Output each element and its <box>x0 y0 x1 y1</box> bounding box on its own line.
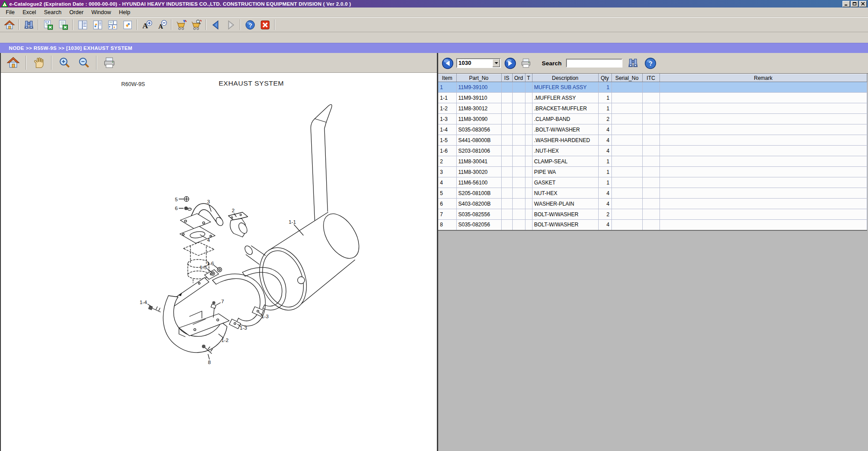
col-header-is[interactable]: IS <box>501 74 512 82</box>
view-multi-button[interactable] <box>105 18 120 31</box>
font-decrease-button[interactable]: A <box>154 18 169 31</box>
chevron-down-icon <box>495 62 498 66</box>
toolbar-separator <box>240 19 241 30</box>
col-header-qty[interactable]: Qty <box>598 74 611 82</box>
breadcrumb: NODE >> R55W-9S >> [1030] EXHAUST SYSTEM <box>0 43 868 53</box>
menu-item-order[interactable]: Order <box>65 8 87 16</box>
zoom-out-button[interactable] <box>74 54 93 71</box>
print-list-button[interactable] <box>519 56 533 70</box>
view-image-button[interactable] <box>120 18 135 31</box>
font-increase-button[interactable]: A <box>139 18 154 31</box>
table-row[interactable]: 5S205-08100BNUT-HEX4 <box>438 188 867 199</box>
table-row[interactable]: 111M9-39100MUFFLER SUB ASSY1 <box>438 82 867 93</box>
close-icon <box>861 2 865 6</box>
view-list-button[interactable] <box>75 18 90 31</box>
menu-item-search[interactable]: Search <box>40 8 66 16</box>
table-row[interactable]: 411M6-56100GASKET1 <box>438 177 867 188</box>
maximize-button[interactable] <box>851 1 858 7</box>
table-row[interactable]: 1-5S441-08000B.WASHER-HARDENED4 <box>438 135 867 146</box>
cart-search-icon <box>191 19 202 30</box>
table-row[interactable]: 1-311M8-30090.CLAMP-BAND2 <box>438 114 867 124</box>
table-row[interactable]: 1-211M8-30012.BRACKET-MUFFLER1 <box>438 103 867 114</box>
search-input[interactable] <box>566 59 622 68</box>
table-row[interactable]: 311M8-30020PIPE WA1 <box>438 167 867 177</box>
col-header-t[interactable]: T <box>525 74 532 82</box>
export-list-excel-button[interactable] <box>56 18 71 31</box>
callout-6: 6 <box>175 206 178 211</box>
menu-item-excel[interactable]: Excel <box>19 8 40 16</box>
app-icon <box>1 1 8 7</box>
view-split-button[interactable] <box>90 18 105 31</box>
page-back-button[interactable] <box>442 57 454 69</box>
toolbar-separator <box>96 56 97 70</box>
export-tree-excel-icon <box>43 19 54 30</box>
toolbar-separator <box>205 19 206 30</box>
toolbar-separator <box>38 19 39 30</box>
col-header-description[interactable]: Description <box>532 74 598 82</box>
table-row[interactable]: 6S403-08200BWASHER-PLAIN4 <box>438 199 867 209</box>
menu-item-window[interactable]: Window <box>87 8 115 16</box>
home-icon <box>4 19 15 30</box>
parts-help-button[interactable]: ? <box>644 57 656 69</box>
col-header-ord[interactable]: Ord <box>512 74 525 82</box>
zoom-out-icon <box>77 56 90 69</box>
cart-add-icon <box>176 19 187 30</box>
col-header-item[interactable]: Item <box>438 74 456 82</box>
callout-1-3b: 1-3 <box>240 325 247 331</box>
menu-item-file[interactable]: File <box>2 8 19 16</box>
help-button[interactable]: ? <box>242 18 257 31</box>
callout-1-5: 1-5 <box>200 265 207 270</box>
view-list-icon <box>77 19 88 30</box>
parts-toolbar: 1030 Search <box>438 53 868 74</box>
table-row[interactable]: 211M8-30041CLAMP-SEAL1 <box>438 156 867 167</box>
zoom-in-button[interactable] <box>55 54 74 71</box>
close-button[interactable] <box>859 1 867 7</box>
menu-item-help[interactable]: Help <box>115 8 134 16</box>
pan-button[interactable] <box>29 54 48 71</box>
table-row[interactable]: 8S035-082056BOLT-W/WASHER4 <box>438 220 867 230</box>
drawing-panel: R60W-9S EXHAUST SYSTEM <box>0 53 438 451</box>
minimize-button[interactable] <box>842 1 850 7</box>
exit-button[interactable] <box>257 18 272 31</box>
export-list-excel-icon <box>58 19 69 30</box>
callout-2: 2 <box>232 208 235 213</box>
col-header-serial-no[interactable]: Serial_No <box>611 74 642 82</box>
execute-search-button[interactable] <box>626 56 640 70</box>
callout-4: 4 <box>207 237 210 243</box>
figure-number-combobox[interactable]: 1030 <box>456 58 501 68</box>
drawing-home-button[interactable] <box>4 54 23 71</box>
callout-5: 5 <box>175 197 178 202</box>
col-header-itc[interactable]: ITC <box>642 74 659 82</box>
callout-1-2: 1-2 <box>221 338 229 343</box>
table-row[interactable]: 1-4S035-083056.BOLT-W/WASHER4 <box>438 124 867 135</box>
export-tree-excel-button[interactable] <box>41 18 56 31</box>
parts-panel: 1030 Search <box>438 53 868 451</box>
view-image-icon <box>122 19 133 30</box>
col-header-part-no[interactable]: Part_No <box>456 74 501 82</box>
table-header-row: Item Part_No IS Ord T Description Qty Se… <box>438 74 867 82</box>
home-button[interactable] <box>2 18 17 31</box>
drawing-canvas[interactable]: R60W-9S EXHAUST SYSTEM <box>1 73 437 451</box>
cart-add-button[interactable] <box>174 18 189 31</box>
main-toolbar: A A <box>0 17 868 32</box>
cart-search-button[interactable] <box>189 18 204 31</box>
search-binoculars-icon <box>23 19 34 30</box>
table-row[interactable]: 7S035-082556BOLT-W/WASHER2 <box>438 209 867 220</box>
table-row[interactable]: 1-111M9-39110.MUFFLER ASSY1 <box>438 93 867 103</box>
search-button[interactable] <box>21 18 36 31</box>
page-forward-button[interactable] <box>504 57 516 69</box>
table-row[interactable]: 1-6S203-081006.NUT-HEX4 <box>438 146 867 156</box>
print-drawing-button[interactable] <box>100 54 119 71</box>
nav-back-button[interactable] <box>208 18 223 31</box>
combobox-dropdown-button[interactable] <box>492 59 500 67</box>
titlebar: e-Catalogue2 (Expiration Date : 0000-00-… <box>0 0 868 8</box>
col-header-remark[interactable]: Remark <box>659 74 867 82</box>
toolbar-band-gap <box>0 32 868 43</box>
menubar: File Excel Search Order Window Help <box>0 8 868 17</box>
svg-text:?: ? <box>248 22 252 28</box>
help-icon: ? <box>245 19 256 30</box>
toolbar-separator <box>19 19 19 30</box>
toolbar-separator <box>26 56 26 70</box>
nav-forward-button[interactable] <box>223 18 238 31</box>
pan-hand-icon <box>32 56 45 69</box>
